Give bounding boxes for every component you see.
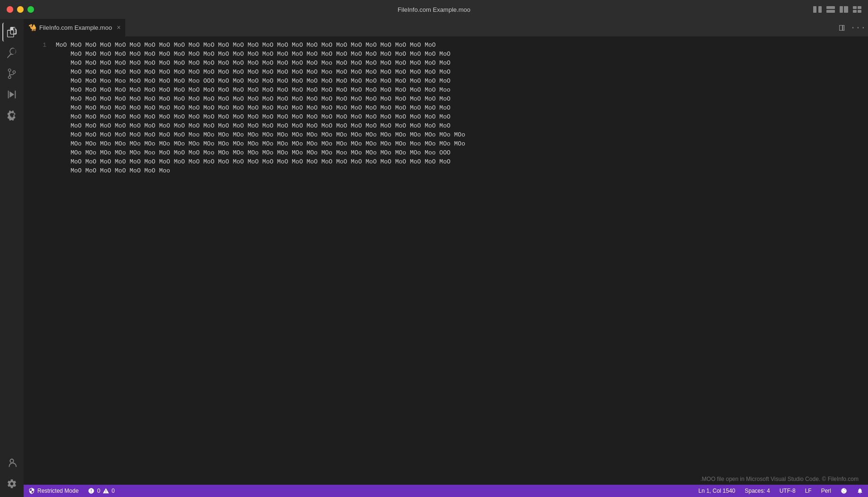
indentation[interactable]: Spaces: 4 — [740, 485, 774, 497]
errors-button[interactable]: 0 0 — [83, 485, 119, 497]
activity-item-account[interactable] — [2, 454, 21, 472]
activity-item-search[interactable] — [2, 43, 21, 62]
code-editor[interactable]: MoO MoO MoO MoO MoO MoO MoO MoO MoO MoO … — [52, 37, 868, 473]
tab-close-button[interactable]: × — [117, 24, 121, 32]
window-title: FileInfo.com Example.moo — [398, 6, 470, 13]
title-bar-actions — [813, 6, 861, 13]
main-container: 🐪 FileInfo.com Example.moo × ··· 1 Mo — [0, 19, 868, 497]
spaces-text: Spaces: 4 — [745, 488, 770, 494]
bell-icon — [857, 488, 863, 494]
cursor-position[interactable]: Ln 1, Col 1540 — [694, 485, 740, 497]
svg-rect-1 — [818, 6, 822, 13]
svg-rect-7 — [858, 6, 861, 9]
activity-bar — [0, 19, 24, 497]
title-bar: FileInfo.com Example.moo — [0, 0, 868, 19]
shield-icon — [28, 488, 35, 494]
activity-item-run[interactable] — [2, 85, 21, 104]
tab-file-icon: 🐪 — [28, 24, 36, 32]
warning-icon — [103, 488, 109, 494]
status-left: Restricted Mode 0 0 — [24, 485, 120, 497]
info-bar: .MOO file open in Microsoft Visual Studi… — [24, 473, 868, 485]
warning-count: 0 — [112, 488, 115, 494]
layout-icon[interactable] — [826, 6, 835, 13]
language-mode[interactable]: Perl — [816, 485, 836, 497]
remote-icon — [841, 488, 847, 494]
editor-container: 🐪 FileInfo.com Example.moo × ··· 1 Mo — [24, 19, 868, 497]
restricted-mode-button[interactable]: Restricted Mode — [24, 485, 83, 497]
error-count: 0 — [97, 488, 100, 494]
svg-rect-3 — [826, 10, 835, 13]
svg-rect-6 — [853, 6, 857, 9]
maximize-button[interactable] — [27, 6, 34, 13]
notifications-button[interactable] — [852, 485, 868, 497]
svg-rect-0 — [813, 6, 816, 13]
svg-rect-2 — [826, 6, 835, 9]
line-ending-text: LF — [805, 488, 812, 494]
minimize-button[interactable] — [17, 6, 24, 13]
status-bar: Restricted Mode 0 0 Ln 1, Col 1540 — [24, 485, 868, 497]
remote-button[interactable] — [836, 485, 852, 497]
language-text: Perl — [821, 488, 831, 494]
encoding-text: UTF-8 — [780, 488, 796, 494]
restricted-mode-label: Restricted Mode — [37, 488, 78, 494]
editor-content: 1 MoO MoO MoO MoO MoO MoO MoO MoO MoO Mo… — [24, 37, 868, 473]
svg-rect-5 — [844, 6, 848, 13]
tab-active[interactable]: 🐪 FileInfo.com Example.moo × — [24, 19, 126, 37]
tab-bar-actions: ··· — [836, 22, 868, 34]
traffic-lights — [7, 6, 34, 13]
activity-item-source-control[interactable] — [2, 64, 21, 83]
line-numbers: 1 — [24, 37, 52, 473]
tab-bar: 🐪 FileInfo.com Example.moo × ··· — [24, 19, 868, 37]
svg-rect-8 — [853, 10, 857, 13]
split-editor-icon[interactable] — [813, 6, 822, 13]
panel-layout-icon[interactable] — [840, 6, 848, 13]
error-icon — [88, 488, 95, 494]
line-number-1: 1 — [24, 41, 46, 50]
svg-rect-9 — [858, 10, 861, 13]
split-editor-button[interactable] — [836, 22, 848, 34]
position-text: Ln 1, Col 1540 — [698, 488, 735, 494]
tab-label: FileInfo.com Example.moo — [39, 24, 112, 31]
encoding[interactable]: UTF-8 — [775, 485, 800, 497]
svg-rect-4 — [840, 6, 843, 13]
line-ending[interactable]: LF — [800, 485, 816, 497]
close-button[interactable] — [7, 6, 13, 13]
activity-item-extensions[interactable] — [2, 106, 21, 125]
activity-item-settings[interactable] — [2, 474, 21, 493]
more-layout-icon[interactable] — [853, 6, 861, 13]
status-right: Ln 1, Col 1540 Spaces: 4 UTF-8 LF Perl — [694, 485, 868, 497]
more-actions-button[interactable]: ··· — [852, 22, 864, 34]
info-text: .MOO file open in Microsoft Visual Studi… — [700, 476, 859, 482]
activity-item-explorer[interactable] — [2, 23, 21, 42]
